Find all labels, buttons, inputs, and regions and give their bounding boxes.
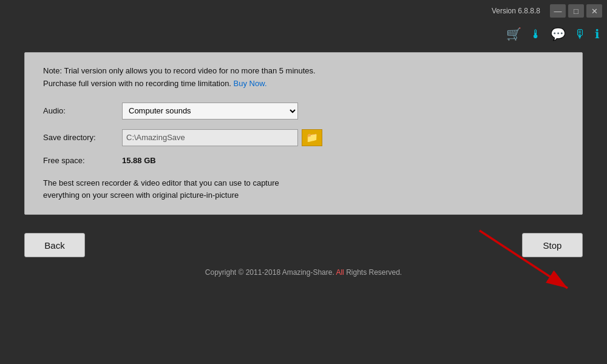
- save-dir-input[interactable]: [122, 129, 298, 146]
- notice-line2: Purchase full version with no recording …: [43, 79, 267, 88]
- settings-panel: Note: Trial version only allows you to r…: [24, 52, 583, 215]
- temperature-icon[interactable]: 🌡: [530, 27, 542, 41]
- footer-copyright: Copyright © 2011-2018 Amazing-Share. All…: [205, 268, 402, 277]
- bottom-bar: Back Stop: [0, 224, 607, 266]
- toolbar: 🛒 🌡 💬 🎙 ℹ: [0, 22, 607, 46]
- notice-line1: Note: Trial version only allows you to r…: [43, 66, 316, 75]
- freespace-label: Free space:: [43, 156, 122, 165]
- promo-line2: everything on your screen with original …: [43, 190, 239, 200]
- back-button[interactable]: Back: [24, 233, 85, 257]
- save-dir-label: Save directory:: [43, 133, 122, 142]
- version-text: Version 6.8.8.8: [492, 7, 540, 15]
- footer: Copyright © 2011-2018 Amazing-Share. All…: [0, 268, 607, 277]
- save-dir-row: Save directory: 📁: [43, 129, 564, 146]
- browse-folder-button[interactable]: 📁: [302, 129, 322, 146]
- freespace-row: Free space: 15.88 GB: [43, 156, 564, 165]
- audio-label: Audio:: [43, 106, 122, 115]
- close-button[interactable]: ✕: [586, 4, 602, 18]
- info-icon[interactable]: ℹ: [595, 27, 600, 41]
- buy-now-link[interactable]: Buy Now.: [234, 79, 267, 88]
- audio-select[interactable]: Computer sounds Microphone No audio: [122, 103, 298, 120]
- titlebar-controls: — □ ✕: [550, 4, 602, 18]
- maximize-button[interactable]: □: [568, 4, 584, 18]
- freespace-value: 15.88 GB: [122, 156, 156, 165]
- promo-line1: The best screen recorder & video editor …: [43, 178, 279, 187]
- notice-text: Note: Trial version only allows you to r…: [43, 65, 564, 90]
- speech-bubble-icon[interactable]: 💬: [551, 27, 566, 41]
- cart-icon[interactable]: 🛒: [506, 27, 521, 41]
- microphone-icon[interactable]: 🎙: [574, 27, 586, 41]
- main-content: Note: Trial version only allows you to r…: [0, 52, 607, 215]
- stop-button[interactable]: Stop: [522, 233, 583, 257]
- promo-text: The best screen recorder & video editor …: [43, 177, 564, 203]
- footer-highlight: All: [336, 268, 344, 277]
- audio-row: Audio: Computer sounds Microphone No aud…: [43, 103, 564, 120]
- minimize-button[interactable]: —: [550, 4, 566, 18]
- folder-icon: 📁: [306, 132, 318, 143]
- titlebar: Version 6.8.8.8 — □ ✕: [0, 0, 607, 22]
